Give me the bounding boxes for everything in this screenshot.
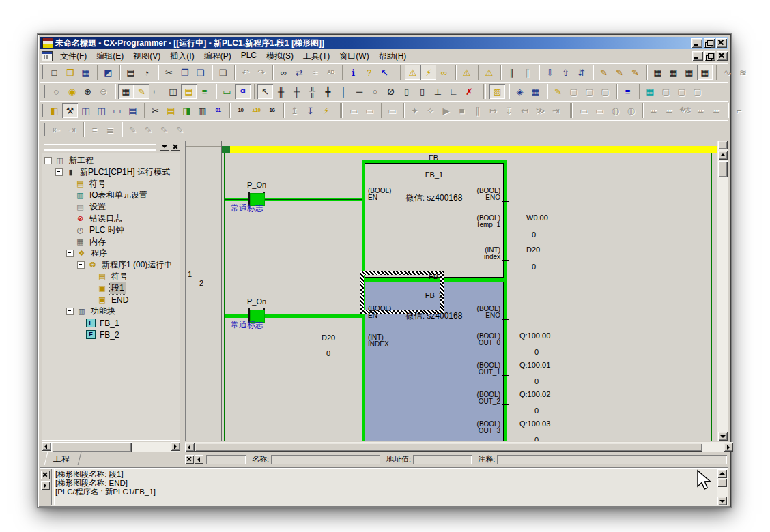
- tree-item-section-1[interactable]: ▣段1: [42, 282, 180, 294]
- vscroll-split-box[interactable]: [718, 141, 728, 149]
- compile-icon[interactable]: ◩: [100, 65, 116, 80]
- toolbar-grip[interactable]: [42, 65, 43, 79]
- menu-item[interactable]: 视图(V): [128, 49, 165, 63]
- contact-no-icon[interactable]: ╫: [273, 84, 289, 99]
- delete-line-icon[interactable]: ✗: [461, 84, 477, 99]
- rung1-contact-label[interactable]: P_On: [233, 181, 281, 189]
- scroll-right-icon[interactable]: [724, 443, 733, 452]
- symbol-tree-window-icon[interactable]: ≡: [620, 84, 636, 99]
- new-icon[interactable]: □: [46, 65, 62, 80]
- mdi-minimize-button[interactable]: [692, 51, 703, 61]
- about-icon[interactable]: ℹ: [345, 65, 361, 80]
- menu-item[interactable]: 编程(P): [199, 49, 236, 63]
- zoom-custom-icon[interactable]: ◉: [64, 84, 80, 99]
- local-symbol-table-icon[interactable]: ▤: [163, 103, 179, 118]
- workspace-menu-button[interactable]: [160, 143, 169, 151]
- print-preview-icon[interactable]: ◔: [139, 65, 154, 80]
- contact-or-nc-icon[interactable]: ╋: [320, 84, 336, 99]
- open-icon[interactable]: ❒: [62, 65, 78, 80]
- show-grid-icon[interactable]: ▦: [118, 84, 134, 99]
- menu-item[interactable]: 插入(I): [165, 49, 199, 63]
- tree-hscroll-thumb[interactable]: [51, 442, 132, 452]
- output-vscroll-thumb[interactable]: [717, 479, 727, 487]
- tree-collapse-icon[interactable]: [66, 308, 74, 315]
- rung2-contact-label[interactable]: P_On: [233, 297, 281, 306]
- fb1-instance-name[interactable]: FB_1: [365, 171, 503, 179]
- tree-item-plc[interactable]: ▮新PLC1[CP1H] 运行模式: [42, 166, 180, 178]
- vertical-line-icon[interactable]: │: [336, 84, 352, 99]
- show-symbol-bar-icon[interactable]: ▭: [219, 84, 235, 99]
- tree-item-settings[interactable]: ▤设置: [42, 201, 180, 213]
- tree-item-io-table[interactable]: ▥IO表和单元设置: [42, 190, 180, 201]
- tree-item-symbols[interactable]: ▤符号: [42, 178, 180, 190]
- online-edit-release-icon[interactable]: ✎: [627, 65, 643, 80]
- scroll-down-icon[interactable]: [717, 497, 727, 505]
- toolbar-grip[interactable]: [42, 104, 43, 117]
- operand-bar-close-button[interactable]: [185, 455, 194, 464]
- fb2-eno-port[interactable]: ENO: [485, 312, 500, 319]
- online-edit-send-icon[interactable]: ✎: [612, 65, 627, 80]
- name-field[interactable]: [271, 455, 380, 464]
- show-monitor-data-icon[interactable]: ◫: [165, 84, 181, 99]
- ladder-hscroll-thumb[interactable]: [195, 443, 702, 452]
- scroll-down-icon[interactable]: [718, 432, 728, 441]
- split-window-icon[interactable]: ✂: [147, 103, 163, 118]
- fb2-out-port[interactable]: OUT_3: [479, 428, 500, 434]
- fb2-instance-name[interactable]: FB_2: [365, 291, 503, 299]
- differential-monitoring-icon[interactable]: ⚡: [318, 103, 334, 118]
- io-table-window-icon[interactable]: ◨: [179, 103, 195, 118]
- operand-bar-back-button[interactable]: [195, 455, 203, 464]
- tree-item-programs[interactable]: ❖程序: [42, 248, 180, 259]
- horizontal-line-icon[interactable]: ─: [352, 84, 367, 99]
- binary-monitor-icon[interactable]: 01: [210, 103, 226, 118]
- scroll-left-icon[interactable]: [185, 443, 195, 452]
- fb1-out-port[interactable]: Temp_1: [476, 222, 500, 228]
- show-comments-icon[interactable]: ✎: [134, 84, 149, 99]
- mdi-restore-button[interactable]: [704, 51, 715, 61]
- toolbar-grip[interactable]: [42, 85, 45, 98]
- fb1-block[interactable]: FB_1微信: sz400168(BOOL)EN(BOOL)ENO(BOOL)T…: [365, 163, 504, 278]
- scroll-up-icon[interactable]: [717, 469, 727, 478]
- address-reference-tool-icon[interactable]: ▭: [109, 103, 125, 118]
- comment-field[interactable]: [497, 455, 727, 464]
- fb1-eno-port[interactable]: ENO: [485, 194, 500, 201]
- coil-closed-icon[interactable]: Ø: [383, 84, 399, 99]
- fb2-output-operand[interactable]: Q:100.00: [519, 331, 550, 340]
- monitor-signed-decimal-icon[interactable]: ±10: [248, 103, 264, 118]
- tree-collapse-icon[interactable]: [44, 157, 52, 164]
- data-trace-icon[interactable]: ◈: [512, 84, 528, 99]
- fb1-en-port[interactable]: EN: [368, 194, 377, 201]
- menu-item[interactable]: 窗口(W): [334, 49, 373, 63]
- tree-item-program-symbols[interactable]: ▤符号: [42, 271, 180, 282]
- fb2-en-port[interactable]: EN: [368, 312, 377, 319]
- minimize-button[interactable]: [691, 38, 702, 48]
- fb2-output-operand[interactable]: Q:100.01: [519, 361, 550, 369]
- menu-item[interactable]: 文件(F): [55, 49, 91, 63]
- tree-collapse-icon[interactable]: [66, 250, 74, 257]
- menu-item[interactable]: 模拟(S): [261, 49, 298, 63]
- copy-icon[interactable]: ❐: [177, 65, 192, 80]
- watch-window-3-icon[interactable]: ▦: [681, 65, 697, 80]
- tree-item-fb-1[interactable]: FFB_1: [42, 317, 180, 329]
- instruction-block-icon[interactable]: ▯: [399, 84, 414, 99]
- ladder-vscroll-thumb[interactable]: [718, 161, 728, 177]
- io-monitor-icon[interactable]: ▦: [642, 84, 658, 99]
- monitor-hex-icon[interactable]: 16: [264, 103, 280, 118]
- transfer-with-warning-icon[interactable]: ⚠: [459, 65, 474, 80]
- tree-item-program-1[interactable]: ❂新程序1 (00)运行中: [42, 259, 180, 271]
- print-icon[interactable]: ▤: [123, 65, 139, 80]
- workspace-grip[interactable]: [44, 144, 156, 149]
- zoom-to-fit-icon[interactable]: ◌: [48, 84, 64, 99]
- fb2-output-operand[interactable]: Q:100.02: [519, 390, 550, 398]
- tab-project[interactable]: 工程: [44, 452, 82, 465]
- watch-window-icon[interactable]: ◫: [78, 103, 94, 118]
- compare-with-plc-icon[interactable]: ⇵: [573, 65, 589, 80]
- cross-reference-icon[interactable]: ◫: [94, 103, 109, 118]
- zoom-in-icon[interactable]: ⊕: [80, 84, 96, 99]
- contact-nc-icon[interactable]: ╪: [289, 84, 304, 99]
- pause-monitoring-icon[interactable]: ∥: [504, 65, 519, 80]
- address-reference-icon[interactable]: ⇄: [291, 65, 307, 80]
- upload-from-plc-icon[interactable]: ⇧: [558, 65, 573, 80]
- properties-icon[interactable]: ▤: [125, 103, 141, 118]
- toggle-workspace-icon[interactable]: ⚒: [62, 103, 78, 118]
